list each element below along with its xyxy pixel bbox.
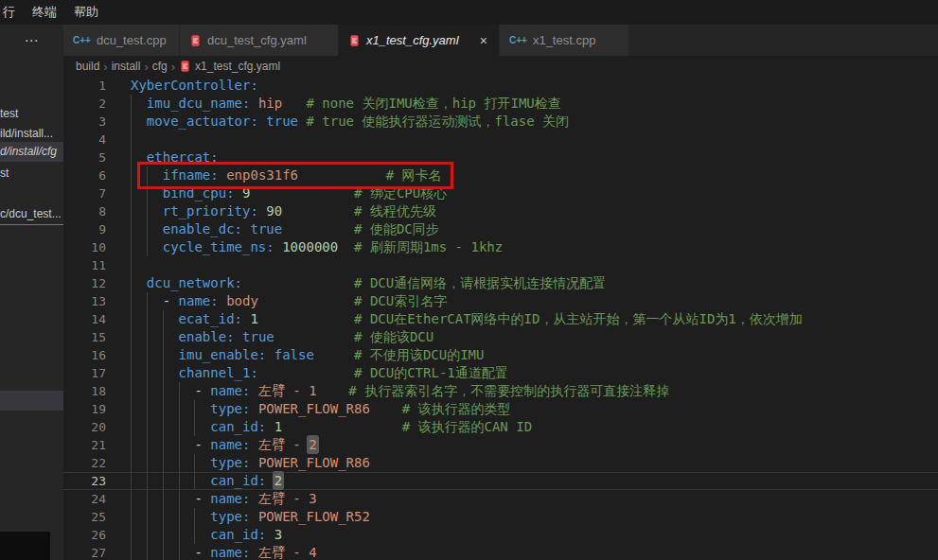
code-line-2[interactable]: 2 imu_dcu_name: hip # none 关闭IMU检查，hip 打… (63, 95, 938, 113)
code-line-4[interactable]: 4 (63, 131, 938, 149)
code-line-3[interactable]: 3 move_actuator: true # true 使能执行器运动测试，f… (63, 113, 938, 131)
token: ifname: (163, 167, 219, 183)
chevron-right-icon: › (103, 60, 107, 74)
chevron-right-icon: › (171, 60, 175, 74)
code-line-16[interactable]: 16 imu_enable: false # 不使用该DCU的IMU (63, 346, 938, 364)
sidebar-item-row-2[interactable]: ild/install... (0, 124, 63, 144)
menu-item-terminal[interactable]: 终端 (24, 2, 65, 23)
indent-guide (147, 238, 148, 256)
token: can_id: (210, 527, 266, 542)
code-line-content: ethercat: (121, 149, 938, 166)
line-number: 18 (63, 382, 121, 400)
tab-dcu-test-cpp[interactable]: C++dcu_test.cpp (63, 25, 180, 56)
token: POWER_FLOW_R86 (258, 401, 370, 416)
line-number: 12 (63, 274, 121, 292)
token: # 绑定CPU核心 (354, 185, 447, 201)
indent-guide (163, 508, 164, 526)
code-line-content: imu_dcu_name: hip # none 关闭IMU检查，hip 打开I… (121, 95, 938, 113)
code-line-14[interactable]: 14 ecat_id: 1 # DCU在EtherCAT网络中的ID，从主站开始… (63, 310, 938, 328)
line-number: 16 (63, 346, 121, 364)
close-icon[interactable]: × (478, 33, 489, 48)
indent-guide (131, 166, 132, 184)
code-line-20[interactable]: 20 can_id: 1 # 该执行器的CAN ID (63, 418, 938, 436)
code-line-18[interactable]: 18 - name: 左臂 - 1 # 执行器索引名字，不需要控制的执行器可直接… (63, 382, 938, 400)
token (250, 437, 257, 452)
token (250, 401, 257, 416)
line-number: 6 (63, 166, 121, 184)
code-line-12[interactable]: 12 dcu_network: # DCU通信网络，请根据实机连接情况配置 (63, 274, 938, 292)
indent-guide (131, 526, 132, 544)
breadcrumb-item-install[interactable]: install (112, 60, 141, 73)
breadcrumb-item-cfg[interactable]: cfg (152, 60, 168, 73)
code-line-content: - name: 左臂 - 1 # 执行器索引名字，不需要控制的执行器可直接注释掉 (121, 382, 938, 400)
indent-guide (131, 310, 132, 328)
code-line-26[interactable]: 26 can_id: 3 (63, 526, 938, 544)
tab-label: dcu_test_cfg.yaml (207, 33, 307, 47)
token (282, 203, 354, 219)
breadcrumb-item-build[interactable]: build (76, 60, 99, 73)
more-actions-button[interactable]: ⋯ (0, 25, 63, 56)
code-line-11[interactable]: 11 (63, 256, 938, 274)
tab-x1-test-cpp[interactable]: C++x1_test.cpp (500, 25, 629, 56)
token: ecat_id: (179, 311, 242, 326)
code-line-content (121, 131, 938, 149)
code-line-17[interactable]: 17 channel_1: # DCU的CTRL-1通道配置 (63, 364, 938, 382)
indent-guide (147, 400, 148, 418)
breadcrumb-file[interactable]: x1_test_cfg.yaml (179, 60, 280, 73)
token: name: (210, 491, 250, 506)
token (131, 473, 210, 488)
sidebar-bottom-panel (0, 532, 50, 560)
code-line-5[interactable]: 5 ethercat: (63, 149, 938, 166)
indent-guide (179, 490, 180, 508)
token (258, 365, 354, 380)
line-number: 5 (63, 149, 121, 166)
code-line-25[interactable]: 25 type: POWER_FLOW_R52 (63, 508, 938, 526)
code-line-24[interactable]: 24 - name: 左臂 - 3 (63, 490, 938, 508)
indent-guide (147, 508, 148, 526)
indent-guide (179, 526, 180, 544)
code-line-22[interactable]: 22 type: POWER_FLOW_R86 (63, 454, 938, 472)
code-line-21[interactable]: 21 - name: 左臂 - 2 (63, 436, 938, 454)
indent-guide (147, 382, 148, 400)
code-line-content: imu_enable: false # 不使用该DCU的IMU (121, 346, 938, 364)
menu-item-run[interactable]: 行 (0, 2, 24, 23)
code-line-15[interactable]: 15 enable: true # 使能该DCU (63, 328, 938, 346)
token: enp0s31f6 (226, 167, 298, 183)
token: 左臂 - 4 (258, 545, 317, 560)
code-line-8[interactable]: 8 rt_priority: 90 # 线程优先级 (63, 202, 938, 220)
menu-item-help[interactable]: 帮助 (65, 2, 107, 23)
code-line-19[interactable]: 19 type: POWER_FLOW_R86 # 该执行器的类型 (63, 400, 938, 418)
code-line-content: rt_priority: 90 # 线程优先级 (121, 202, 938, 220)
sidebar-item-row-1[interactable]: test (0, 104, 63, 124)
code-line-1[interactable]: 1XyberController: (63, 77, 938, 95)
code-line-9[interactable]: 9 enable_dc: true # 使能DC同步 (63, 220, 938, 238)
code-line-content: enable_dc: true # 使能DC同步 (121, 220, 938, 238)
code-line-7[interactable]: 7 bind_cpu: 9 # 绑定CPU核心 (63, 184, 938, 202)
menu-bar: 行终端帮助 (0, 0, 938, 25)
sidebar-item-row-3[interactable]: d/install/cfg (0, 142, 63, 162)
yaml-file-icon (179, 60, 191, 73)
indent-guide (179, 544, 180, 560)
token (282, 419, 401, 434)
sidebar-item-row-5[interactable]: c/dcu_test... (0, 204, 63, 225)
code-line-23[interactable]: 23 can_id: 2 (63, 472, 938, 490)
code-line-13[interactable]: 13 - name: body # DCU索引名字 (63, 292, 938, 310)
indent-guide (179, 400, 180, 418)
sidebar-item-row-6[interactable] (0, 391, 63, 411)
token: rt_priority: (163, 203, 258, 219)
token: 左臂 - 1 (258, 383, 317, 398)
token: - (194, 545, 210, 560)
breadcrumb: build›install›cfg›x1_test_cfg.yaml (63, 56, 938, 77)
line-number: 10 (63, 238, 121, 256)
code-line-content: XyberController: (121, 77, 938, 95)
tab-dcu-test-cfg-yaml[interactable]: dcu_test_cfg.yaml (180, 25, 339, 56)
sidebar-item-row-4[interactable]: st (0, 164, 63, 184)
code-line-6[interactable]: 6 ifname: enp0s31f6 # 网卡名 (63, 166, 938, 184)
code-line-27[interactable]: 27 - name: 左臂 - 4 (63, 544, 938, 560)
code-line-10[interactable]: 10 cycle_time_ns: 1000000 # 刷新周期1ms - 1k… (63, 238, 938, 256)
indent-guide (131, 220, 132, 238)
yaml-file-icon (348, 34, 361, 47)
tab-x1-test-cfg-yaml[interactable]: x1_test_cfg.yaml× (339, 25, 500, 56)
line-number: 3 (63, 113, 121, 131)
code-editor[interactable]: 1XyberController:2 imu_dcu_name: hip # n… (63, 77, 938, 560)
